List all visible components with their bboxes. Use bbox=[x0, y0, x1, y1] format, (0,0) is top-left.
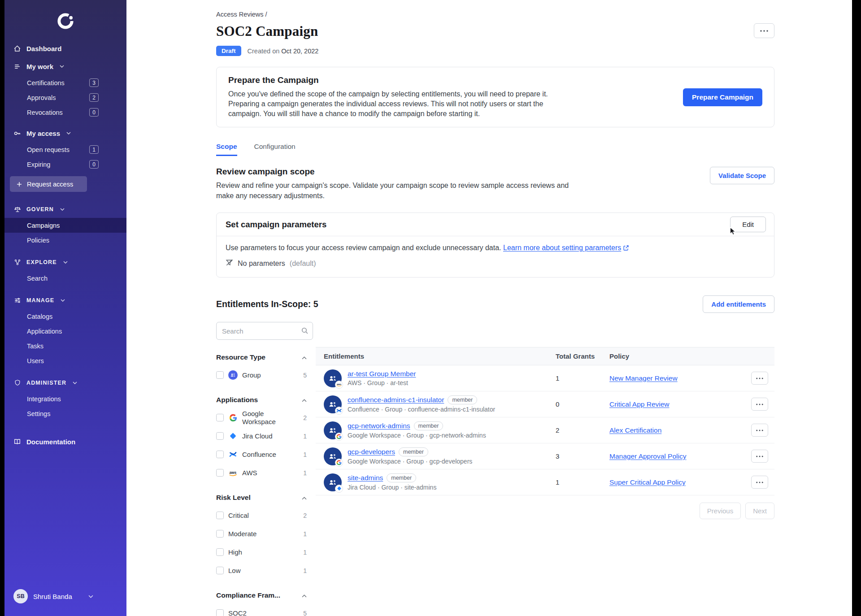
user-menu[interactable]: SB Shruti Banda bbox=[4, 589, 126, 616]
sidebar-item-open-requests[interactable]: Open requests 1 bbox=[4, 142, 126, 157]
conductorone-logo[interactable] bbox=[4, 12, 126, 30]
row-more-button[interactable] bbox=[751, 450, 768, 463]
entitlement-link[interactable]: gcp-network-admins bbox=[348, 422, 410, 429]
table-header: Entitlements Total Grants Policy bbox=[316, 347, 774, 365]
sidebar-item-label: Revocations bbox=[27, 109, 63, 116]
filter-option-soc2[interactable]: SOC2 5 bbox=[216, 604, 307, 616]
sidebar-group-my-work[interactable]: My work bbox=[4, 57, 126, 75]
entitlement-link[interactable]: gcp-developers bbox=[348, 448, 395, 455]
filter-group-header[interactable]: Risk Level bbox=[216, 489, 307, 506]
entitlement-link[interactable]: site-admins bbox=[348, 474, 383, 482]
entitlement-link[interactable]: confluence-admins-c1-insulator bbox=[348, 396, 444, 403]
member-badge: member bbox=[448, 395, 477, 404]
filter-option-aws[interactable]: aws AWS 1 bbox=[216, 464, 307, 482]
filter-option-low[interactable]: Low 1 bbox=[216, 561, 307, 580]
filter-group-header[interactable]: Resource Type bbox=[216, 349, 307, 366]
filter-option-google-workspace[interactable]: Google Workspace 2 bbox=[216, 408, 307, 427]
sidebar-item-users[interactable]: Users bbox=[4, 353, 126, 368]
add-entitlements-button[interactable]: Add entitlements bbox=[703, 295, 774, 313]
checkbox[interactable] bbox=[216, 469, 224, 477]
checkbox[interactable] bbox=[216, 609, 224, 616]
edit-parameters-button[interactable]: Edit bbox=[730, 217, 766, 232]
checkbox[interactable] bbox=[216, 530, 224, 538]
parameters-card-body: Use parameters to focus your access revi… bbox=[226, 244, 501, 252]
sidebar-section-label: MANAGE bbox=[26, 297, 54, 304]
checkbox[interactable] bbox=[216, 548, 224, 556]
policy-link[interactable]: Manager Approval Policy bbox=[609, 452, 686, 460]
sidebar-item-search[interactable]: Search bbox=[4, 271, 126, 286]
sidebar-item-label: Policies bbox=[27, 237, 49, 244]
request-access-button[interactable]: Request access bbox=[10, 176, 87, 192]
sidebar-item-catalogs[interactable]: Catalogs bbox=[4, 309, 126, 324]
sidebar-section-explore[interactable]: EXPLORE bbox=[4, 254, 126, 271]
user-name: Shruti Banda bbox=[33, 593, 72, 600]
checkbox[interactable] bbox=[216, 432, 224, 440]
checkbox[interactable] bbox=[216, 567, 224, 574]
checkbox[interactable] bbox=[216, 371, 224, 379]
sidebar-item-approvals[interactable]: Approvals 2 bbox=[4, 90, 126, 105]
filter-option-count: 1 bbox=[303, 451, 307, 458]
sidebar-section-manage[interactable]: MANAGE bbox=[4, 292, 126, 309]
chevron-up-icon bbox=[302, 353, 307, 361]
breadcrumb-link-access-reviews[interactable]: Access Reviews bbox=[216, 11, 264, 18]
filter-option-count: 2 bbox=[303, 414, 307, 421]
sidebar-section-govern[interactable]: GOVERN bbox=[4, 201, 126, 218]
filter-option-count: 2 bbox=[303, 512, 307, 519]
sidebar-item-label: Open requests bbox=[27, 146, 70, 153]
tab-configuration[interactable]: Configuration bbox=[254, 143, 296, 156]
sidebar-section-administer[interactable]: ADMINISTER bbox=[4, 374, 126, 391]
sidebar-item-documentation[interactable]: Documentation bbox=[4, 433, 126, 451]
sidebar-item-dashboard[interactable]: Dashboard bbox=[4, 39, 126, 57]
filter-option-confluence[interactable]: Confluence 1 bbox=[216, 445, 307, 464]
chevron-down-icon bbox=[88, 595, 93, 598]
row-more-button[interactable] bbox=[751, 398, 768, 411]
filter-option-moderate[interactable]: Moderate 1 bbox=[216, 525, 307, 543]
sidebar-item-settings[interactable]: Settings bbox=[4, 406, 126, 421]
sidebar-group-my-access[interactable]: My access bbox=[4, 124, 126, 142]
policy-link[interactable]: Critical App Review bbox=[609, 400, 670, 408]
total-grants-value: 1 bbox=[556, 374, 609, 382]
status-badge: Draft bbox=[216, 46, 241, 56]
entitlement-meta: AWS · Group · ar-test bbox=[348, 379, 416, 386]
checkbox[interactable] bbox=[216, 414, 224, 421]
total-grants-value: 1 bbox=[556, 478, 609, 486]
row-more-button[interactable] bbox=[751, 424, 768, 437]
policy-link[interactable]: New Manager Review bbox=[609, 374, 678, 382]
row-more-button[interactable] bbox=[751, 476, 768, 489]
sidebar-item-applications[interactable]: Applications bbox=[4, 324, 126, 338]
filter-group-header[interactable]: Applications bbox=[216, 391, 307, 408]
svg-text:aws: aws bbox=[229, 470, 236, 475]
learn-more-label: Learn more about setting parameters bbox=[503, 244, 621, 252]
sidebar-item-certifications[interactable]: Certifications 3 bbox=[4, 75, 126, 90]
policy-link[interactable]: Super Critical App Policy bbox=[609, 478, 686, 486]
total-grants-value: 0 bbox=[556, 400, 609, 408]
policy-link[interactable]: Alex Certification bbox=[609, 426, 661, 434]
sidebar-item-expiring[interactable]: Expiring 0 bbox=[4, 157, 126, 172]
entitlement-link[interactable]: ar-test Group Member bbox=[348, 370, 416, 377]
row-more-button[interactable] bbox=[751, 372, 768, 385]
filter-group-header[interactable]: Compliance Fram... bbox=[216, 587, 307, 604]
filter-option-group[interactable]: Group 5 bbox=[216, 366, 307, 384]
filter-option-critical[interactable]: Critical 2 bbox=[216, 506, 307, 525]
sidebar-item-policies[interactable]: Policies bbox=[4, 233, 126, 247]
sidebar-item-label: Certifications bbox=[27, 79, 65, 87]
next-page-button[interactable]: Next bbox=[745, 503, 774, 519]
checkbox[interactable] bbox=[216, 451, 224, 458]
validate-scope-button[interactable]: Validate Scope bbox=[710, 167, 774, 184]
created-date: Created on Oct 20, 2022 bbox=[248, 48, 319, 55]
tab-scope[interactable]: Scope bbox=[216, 143, 237, 156]
book-icon bbox=[13, 438, 21, 446]
sidebar-item-revocations[interactable]: Revocations 0 bbox=[4, 105, 126, 120]
filter-option-high[interactable]: High 1 bbox=[216, 543, 307, 561]
sidebar-item-campaigns[interactable]: Campaigns bbox=[4, 218, 126, 233]
parameters-learn-more-link[interactable]: Learn more about setting parameters bbox=[503, 244, 629, 252]
page-more-button[interactable] bbox=[754, 23, 774, 38]
sidebar-item-tasks[interactable]: Tasks bbox=[4, 338, 126, 353]
sidebar-item-integrations[interactable]: Integrations bbox=[4, 391, 126, 406]
prepare-campaign-button[interactable]: Prepare Campaign bbox=[683, 88, 762, 106]
previous-page-button[interactable]: Previous bbox=[700, 503, 741, 519]
entitlements-search-input[interactable] bbox=[216, 322, 313, 340]
filter-option-jira-cloud[interactable]: Jira Cloud 1 bbox=[216, 427, 307, 445]
checkbox[interactable] bbox=[216, 512, 224, 519]
column-policy: Policy bbox=[609, 352, 740, 360]
